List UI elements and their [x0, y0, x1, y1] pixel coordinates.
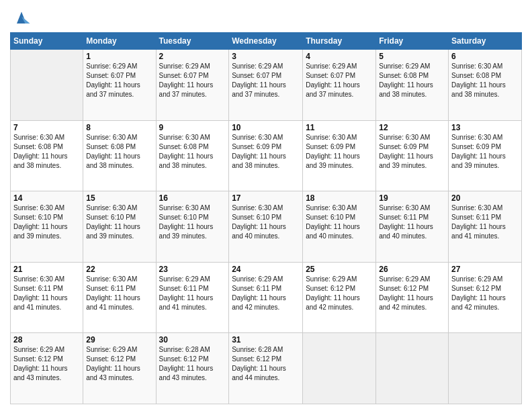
day-info: Sunrise: 6:29 AMSunset: 6:07 PMDaylight:…: [86, 62, 152, 99]
day-number: 16: [159, 193, 226, 203]
day-number: 22: [86, 265, 152, 274]
day-cell: 12Sunrise: 6:30 AMSunset: 6:09 PMDayligh…: [376, 120, 449, 191]
calendar-table: SundayMondayTuesdayWednesdayThursdayFrid…: [10, 32, 522, 404]
day-number: 14: [13, 193, 80, 203]
day-number: 25: [306, 265, 373, 274]
day-number: 17: [232, 193, 300, 203]
day-cell: 20Sunrise: 6:30 AMSunset: 6:11 PMDayligh…: [449, 191, 522, 263]
day-info: Sunrise: 6:28 AMSunset: 6:12 PMDaylight:…: [232, 345, 300, 383]
day-number: 3: [232, 52, 300, 61]
day-cell: 15Sunrise: 6:30 AMSunset: 6:10 PMDayligh…: [83, 191, 156, 263]
day-number: 29: [86, 335, 152, 345]
day-info: Sunrise: 6:30 AMSunset: 6:11 PMDaylight:…: [13, 275, 80, 312]
day-number: 31: [232, 335, 300, 345]
day-info: Sunrise: 6:29 AMSunset: 6:12 PMDaylight:…: [13, 345, 80, 383]
day-number: 27: [451, 265, 519, 274]
day-number: 18: [306, 193, 373, 203]
day-info: Sunrise: 6:29 AMSunset: 6:07 PMDaylight:…: [159, 62, 226, 99]
day-number: 2: [159, 52, 226, 61]
week-row-3: 14Sunrise: 6:30 AMSunset: 6:10 PMDayligh…: [11, 191, 522, 263]
day-number: 23: [159, 265, 226, 274]
day-number: 26: [379, 265, 445, 274]
calendar-header: SundayMondayTuesdayWednesdayThursdayFrid…: [11, 33, 522, 50]
day-number: 13: [451, 123, 519, 132]
day-number: 1: [86, 52, 152, 61]
day-cell: 11Sunrise: 6:30 AMSunset: 6:09 PMDayligh…: [303, 120, 376, 191]
day-info: Sunrise: 6:29 AMSunset: 6:12 PMDaylight:…: [306, 275, 373, 312]
day-number: 19: [379, 193, 445, 203]
day-cell: 14Sunrise: 6:30 AMSunset: 6:10 PMDayligh…: [11, 191, 83, 263]
day-cell: 6Sunrise: 6:30 AMSunset: 6:08 PMDaylight…: [449, 50, 522, 121]
day-info: Sunrise: 6:29 AMSunset: 6:11 PMDaylight:…: [232, 275, 300, 312]
day-info: Sunrise: 6:29 AMSunset: 6:07 PMDaylight:…: [232, 62, 300, 99]
day-number: 15: [86, 193, 152, 203]
day-number: 11: [306, 123, 373, 132]
day-info: Sunrise: 6:30 AMSunset: 6:10 PMDaylight:…: [13, 203, 80, 241]
day-info: Sunrise: 6:30 AMSunset: 6:08 PMDaylight:…: [13, 133, 80, 171]
day-number: 28: [13, 335, 80, 345]
day-cell: [303, 333, 376, 404]
weekday-header-row: SundayMondayTuesdayWednesdayThursdayFrid…: [11, 33, 522, 50]
day-cell: [376, 333, 449, 404]
day-info: Sunrise: 6:30 AMSunset: 6:09 PMDaylight:…: [232, 133, 300, 171]
day-cell: 19Sunrise: 6:30 AMSunset: 6:11 PMDayligh…: [376, 191, 449, 263]
day-number: 30: [159, 335, 226, 345]
weekday-saturday: Saturday: [449, 33, 522, 50]
day-cell: 26Sunrise: 6:29 AMSunset: 6:12 PMDayligh…: [376, 262, 449, 333]
day-cell: 13Sunrise: 6:30 AMSunset: 6:09 PMDayligh…: [449, 120, 522, 191]
day-cell: 16Sunrise: 6:30 AMSunset: 6:10 PMDayligh…: [156, 191, 229, 263]
day-cell: 22Sunrise: 6:30 AMSunset: 6:11 PMDayligh…: [83, 262, 156, 333]
day-number: 9: [159, 123, 226, 132]
day-cell: 5Sunrise: 6:29 AMSunset: 6:08 PMDaylight…: [376, 50, 449, 121]
day-cell: 10Sunrise: 6:30 AMSunset: 6:09 PMDayligh…: [229, 120, 303, 191]
day-cell: 24Sunrise: 6:29 AMSunset: 6:11 PMDayligh…: [229, 262, 303, 333]
day-cell: 1Sunrise: 6:29 AMSunset: 6:07 PMDaylight…: [83, 50, 156, 121]
day-info: Sunrise: 6:30 AMSunset: 6:10 PMDaylight:…: [232, 203, 300, 241]
day-number: 12: [379, 123, 445, 132]
day-cell: 28Sunrise: 6:29 AMSunset: 6:12 PMDayligh…: [11, 333, 83, 404]
day-number: 20: [451, 193, 519, 203]
logo-block: [10, 9, 31, 28]
day-info: Sunrise: 6:30 AMSunset: 6:11 PMDaylight:…: [451, 203, 519, 241]
day-cell: 17Sunrise: 6:30 AMSunset: 6:10 PMDayligh…: [229, 191, 303, 263]
day-cell: 9Sunrise: 6:30 AMSunset: 6:08 PMDaylight…: [156, 120, 229, 191]
day-cell: 29Sunrise: 6:29 AMSunset: 6:12 PMDayligh…: [83, 333, 156, 404]
day-cell: [449, 333, 522, 404]
day-info: Sunrise: 6:29 AMSunset: 6:07 PMDaylight:…: [306, 62, 373, 99]
day-cell: 4Sunrise: 6:29 AMSunset: 6:07 PMDaylight…: [303, 50, 376, 121]
day-info: Sunrise: 6:30 AMSunset: 6:09 PMDaylight:…: [451, 133, 519, 171]
day-number: 6: [451, 52, 519, 61]
day-number: 24: [232, 265, 300, 274]
day-cell: [11, 50, 83, 121]
weekday-sunday: Sunday: [11, 33, 83, 50]
day-number: 5: [379, 52, 445, 61]
week-row-5: 28Sunrise: 6:29 AMSunset: 6:12 PMDayligh…: [11, 333, 522, 404]
day-cell: 31Sunrise: 6:28 AMSunset: 6:12 PMDayligh…: [229, 333, 303, 404]
day-cell: 25Sunrise: 6:29 AMSunset: 6:12 PMDayligh…: [303, 262, 376, 333]
week-row-2: 7Sunrise: 6:30 AMSunset: 6:08 PMDaylight…: [11, 120, 522, 191]
day-info: Sunrise: 6:29 AMSunset: 6:12 PMDaylight:…: [86, 345, 152, 383]
weekday-friday: Friday: [376, 33, 449, 50]
day-cell: 8Sunrise: 6:30 AMSunset: 6:08 PMDaylight…: [83, 120, 156, 191]
day-number: 21: [13, 265, 80, 274]
day-cell: 23Sunrise: 6:29 AMSunset: 6:11 PMDayligh…: [156, 262, 229, 333]
day-info: Sunrise: 6:30 AMSunset: 6:08 PMDaylight:…: [451, 62, 519, 99]
day-info: Sunrise: 6:30 AMSunset: 6:09 PMDaylight:…: [379, 133, 445, 171]
day-cell: 18Sunrise: 6:30 AMSunset: 6:10 PMDayligh…: [303, 191, 376, 263]
day-info: Sunrise: 6:30 AMSunset: 6:10 PMDaylight:…: [306, 203, 373, 241]
day-info: Sunrise: 6:29 AMSunset: 6:12 PMDaylight:…: [451, 275, 519, 312]
day-info: Sunrise: 6:30 AMSunset: 6:11 PMDaylight:…: [86, 275, 152, 312]
page: SundayMondayTuesdayWednesdayThursdayFrid…: [0, 0, 532, 411]
day-cell: 27Sunrise: 6:29 AMSunset: 6:12 PMDayligh…: [449, 262, 522, 333]
day-info: Sunrise: 6:29 AMSunset: 6:11 PMDaylight:…: [159, 275, 226, 312]
weekday-monday: Monday: [83, 33, 156, 50]
day-info: Sunrise: 6:30 AMSunset: 6:08 PMDaylight:…: [86, 133, 152, 171]
weekday-tuesday: Tuesday: [156, 33, 229, 50]
weekday-wednesday: Wednesday: [229, 33, 303, 50]
weekday-thursday: Thursday: [303, 33, 376, 50]
day-number: 7: [13, 123, 80, 132]
day-info: Sunrise: 6:30 AMSunset: 6:08 PMDaylight:…: [159, 133, 226, 171]
day-cell: 3Sunrise: 6:29 AMSunset: 6:07 PMDaylight…: [229, 50, 303, 121]
day-info: Sunrise: 6:29 AMSunset: 6:12 PMDaylight:…: [379, 275, 445, 312]
day-number: 4: [306, 52, 373, 61]
